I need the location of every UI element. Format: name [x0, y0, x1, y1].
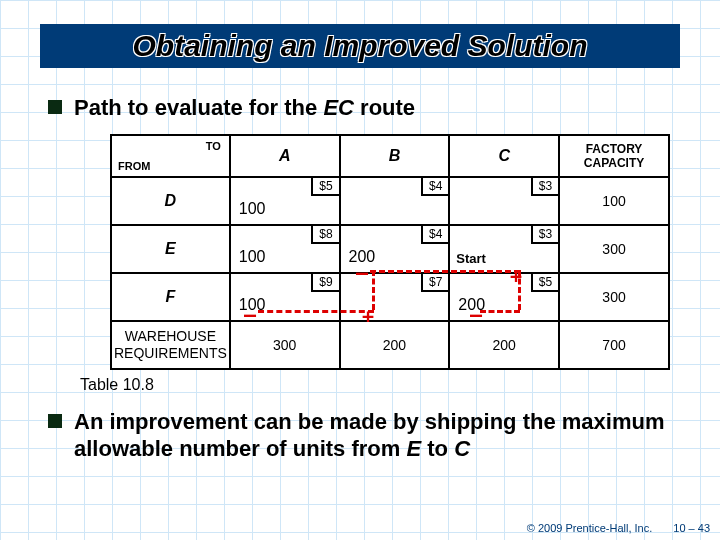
- table-row: F $9100 $7 $5200 300: [111, 273, 669, 321]
- page-number: 10 – 43: [673, 522, 710, 534]
- table-row: WAREHOUSE REQUIREMENTS 300 200 200 700: [111, 321, 669, 369]
- cell-E-A: $8100: [230, 225, 340, 273]
- table-row: E $8100 $4200 $3Start 300: [111, 225, 669, 273]
- title-bar: Obtaining an Improved Solution: [40, 18, 680, 74]
- copyright: © 2009 Prentice-Hall, Inc.: [527, 522, 653, 534]
- col-C: C: [449, 135, 559, 177]
- table-row: D $5100 $4 $3 100: [111, 177, 669, 225]
- row-E-label: E: [111, 225, 230, 273]
- col-capacity: FACTORY CAPACITY: [559, 135, 669, 177]
- minus-icon: –: [244, 304, 256, 324]
- cell-E-C: $3Start: [449, 225, 559, 273]
- row-D-label: D: [111, 177, 230, 225]
- cap-D: 100: [559, 177, 669, 225]
- path-segment-icon: [480, 310, 520, 313]
- minus-icon: –: [470, 304, 482, 324]
- cell-F-C: $5200: [449, 273, 559, 321]
- bullet2-mid: to: [421, 436, 454, 461]
- slide-title: Obtaining an Improved Solution: [40, 18, 680, 74]
- minus-icon: –: [356, 262, 368, 282]
- to-label: TO: [206, 140, 221, 152]
- bullet2-em2: C: [454, 436, 470, 461]
- col-B: B: [340, 135, 450, 177]
- req-B: 200: [340, 321, 450, 369]
- cap-E: 300: [559, 225, 669, 273]
- cell-D-A: $5100: [230, 177, 340, 225]
- bullet2-a: An improvement can be made by shipping t…: [74, 409, 664, 462]
- bullet1-post: route: [354, 95, 415, 120]
- corner-cell: TO FROM: [111, 135, 230, 177]
- req-label: WAREHOUSE REQUIREMENTS: [111, 321, 230, 369]
- from-label: FROM: [118, 160, 150, 172]
- row-F-label: F: [111, 273, 230, 321]
- cap-F: 300: [559, 273, 669, 321]
- plus-icon: +: [510, 266, 522, 286]
- path-segment-icon: [258, 310, 374, 313]
- bullet-square-icon: [48, 414, 62, 428]
- table-caption: Table 10.8: [80, 376, 690, 394]
- transportation-table: TO FROM A B C FACTORY CAPACITY D $5100 $…: [110, 134, 670, 370]
- bullet-2: An improvement can be made by shipping t…: [48, 408, 680, 463]
- bullet1-pre: Path to evaluate for the: [74, 95, 323, 120]
- col-A: A: [230, 135, 340, 177]
- bullet1-em: EC: [323, 95, 354, 120]
- req-total: 700: [559, 321, 669, 369]
- cell-D-C: $3: [449, 177, 559, 225]
- cell-D-B: $4: [340, 177, 450, 225]
- path-segment-icon: [370, 270, 520, 273]
- req-A: 300: [230, 321, 340, 369]
- bullet-square-icon: [48, 100, 62, 114]
- bullet-1: Path to evaluate for the EC route: [48, 94, 680, 122]
- req-C: 200: [449, 321, 559, 369]
- bullet2-em1: E: [406, 436, 421, 461]
- plus-icon: +: [362, 306, 374, 326]
- footer: © 2009 Prentice-Hall, Inc. 10 – 43: [527, 522, 710, 534]
